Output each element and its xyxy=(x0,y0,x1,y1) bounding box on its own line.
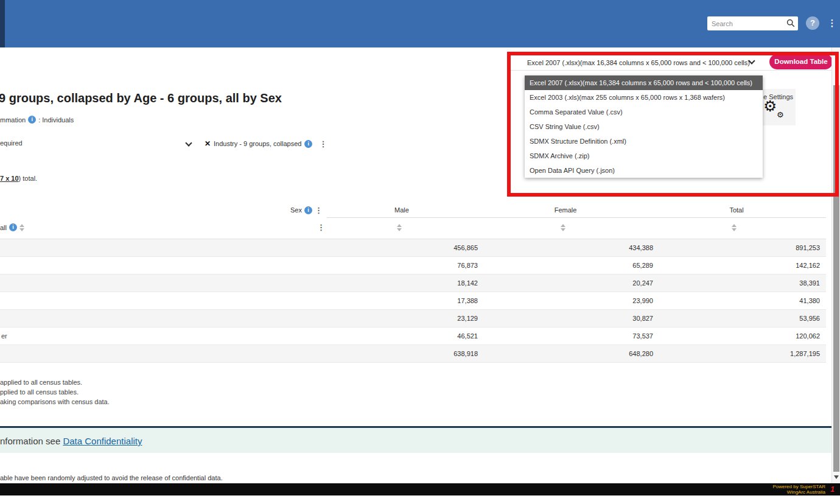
chevron-down-icon[interactable] xyxy=(185,139,192,146)
info-icon[interactable]: i xyxy=(304,206,312,214)
column-header-total[interactable]: Total xyxy=(653,203,820,217)
cell-female: 65,289 xyxy=(478,257,653,274)
table-row: 17,388 23,990 41,380 xyxy=(0,292,826,310)
cell-male: 638,918 xyxy=(326,345,478,362)
row-dim-label: all xyxy=(0,224,7,231)
random-adjustment-note: able have been randomly adjusted to avoi… xyxy=(0,474,223,481)
cell-female: 20,247 xyxy=(478,275,653,292)
remove-filter-icon[interactable]: ✕ xyxy=(205,139,211,148)
table-row: 456,865 434,388 891,253 xyxy=(0,239,826,257)
table-row: 76,873 65,289 142,162 xyxy=(0,257,826,275)
scroll-down-arrow-icon[interactable] xyxy=(834,475,839,479)
cell-total: 891,253 xyxy=(653,239,820,256)
row-label xyxy=(0,275,326,292)
cell-male: 76,873 xyxy=(326,257,478,274)
scrollbar-thumb[interactable] xyxy=(833,85,839,472)
wingarc-logo: 1 xyxy=(830,485,835,494)
format-option-sdmx-zip[interactable]: SDMX Archive (.zip) xyxy=(525,149,763,163)
format-option-json[interactable]: Open Data API Query (.json) xyxy=(525,163,763,178)
cell-female: 30,827 xyxy=(478,310,653,327)
row-label xyxy=(0,345,326,362)
data-confidentiality-link[interactable]: Data Confidentiality xyxy=(63,436,142,446)
sort-icon-female[interactable] xyxy=(561,224,565,231)
summation-label: mmation xyxy=(0,116,26,124)
export-format-dropdown: Excel 2007 (.xlsx)(max 16,384 columns x … xyxy=(525,75,763,178)
cell-female: 648,280 xyxy=(478,345,653,362)
footer-bar: Powered by SuperSTAR WingArc Australia 1 xyxy=(0,483,840,495)
table-body: 456,865 434,388 891,253 76,873 65,289 14… xyxy=(0,239,826,363)
cell-total: 38,391 xyxy=(653,275,820,292)
gear-icon-small: ⚙ xyxy=(777,111,784,119)
powered-line1: Powered by SuperSTAR xyxy=(772,484,825,489)
table-header-row: Sex i ⋮ Male Female Total xyxy=(0,203,826,217)
sort-icon-male[interactable] xyxy=(397,224,402,231)
footnote-line: pplied to all census tables. xyxy=(0,387,110,397)
row-label xyxy=(0,257,326,274)
cell-male: 18,142 xyxy=(326,275,478,292)
table-row: er 46,521 73,537 120,062 xyxy=(0,327,826,345)
footnote-line: applied to all census tables. xyxy=(0,377,110,387)
cell-male: 23,129 xyxy=(326,310,478,327)
toolbar-divider xyxy=(511,70,831,71)
table-row: 23,129 30,827 53,956 xyxy=(0,310,826,327)
cell-female: 73,537 xyxy=(478,327,653,345)
help-icon[interactable]: ? xyxy=(806,16,819,30)
filter-chip-label: Industry - 9 groups, collapsed xyxy=(214,140,301,147)
info-icon[interactable]: i xyxy=(9,223,17,231)
cell-total: 142,162 xyxy=(653,257,820,274)
cell-total: 53,956 xyxy=(653,310,820,327)
sex-header-label: Sex xyxy=(290,206,302,214)
format-option-csv[interactable]: Comma Separated Value (.csv) xyxy=(525,105,763,119)
gear-icon: ⚙ xyxy=(763,99,777,114)
table-size-link[interactable]: 7 x 10 xyxy=(0,175,19,182)
export-format-select[interactable]: Excel 2007 (.xlsx)(max 16,384 columns x … xyxy=(527,55,754,70)
footnote-line: aking comparisons with census data. xyxy=(0,397,110,407)
column-header-male[interactable]: Male xyxy=(326,203,478,217)
row-label xyxy=(0,292,326,309)
cell-female: 23,990 xyxy=(478,292,653,309)
cell-male: 17,388 xyxy=(326,292,478,309)
cell-female: 434,388 xyxy=(478,239,653,256)
sidebar-edge-strip xyxy=(0,0,5,47)
info-icon[interactable]: i xyxy=(28,116,36,124)
table-size-line: 7 x 10) total. xyxy=(0,175,37,182)
format-option-csv-string[interactable]: CSV String Value (.csv) xyxy=(525,119,763,134)
row-label xyxy=(0,310,326,327)
search-input[interactable] xyxy=(712,18,786,29)
table-size-suffix: ) total. xyxy=(19,175,38,182)
sex-dimension-header: Sex i ⋮ xyxy=(0,203,326,217)
footnotes: applied to all census tables. pplied to … xyxy=(0,377,110,407)
search-box xyxy=(707,16,798,30)
cell-total: 41,380 xyxy=(653,292,820,309)
search-icon[interactable] xyxy=(786,19,795,27)
table-row: 18,142 20,247 38,391 xyxy=(0,275,826,292)
scrollbar-track xyxy=(831,47,840,483)
row-label xyxy=(0,239,326,256)
sex-menu-icon[interactable]: ⋮ xyxy=(315,206,323,215)
cell-male: 46,521 xyxy=(326,327,478,345)
format-option-xlsx[interactable]: Excel 2007 (.xlsx)(max 16,384 columns x … xyxy=(525,75,763,90)
confidentiality-text: nformation see Data Confidentiality xyxy=(0,436,142,446)
confidentiality-prefix: nformation see xyxy=(0,436,63,446)
download-table-button[interactable]: Download Table xyxy=(769,54,833,69)
row-menu-icon[interactable]: ⋮ xyxy=(317,223,325,232)
cell-male: 456,865 xyxy=(326,239,478,256)
powered-line2: WingArc Australia xyxy=(787,489,825,495)
required-label: equired xyxy=(0,139,23,147)
summation-line: mmation i : Individuals xyxy=(0,116,74,124)
format-option-xls[interactable]: Excel 2003 (.xls)(max 255 columns x 65,0… xyxy=(525,90,763,105)
row-label: er xyxy=(0,327,326,345)
column-header-female[interactable]: Female xyxy=(478,203,653,217)
format-option-sdmx-xml[interactable]: SDMX Structure Definition (.xml) xyxy=(525,134,763,149)
confidentiality-banner: nformation see Data Confidentiality xyxy=(0,426,831,453)
industry-filter-chip: ✕ Industry - 9 groups, collapsed i ⋮ xyxy=(205,138,327,149)
sort-icon-total[interactable] xyxy=(732,224,737,231)
sort-icon[interactable] xyxy=(19,224,24,231)
powered-by-block: Powered by SuperSTAR WingArc Australia xyxy=(772,484,825,495)
table-subheader-row: all i ⋮ xyxy=(0,218,826,239)
chip-menu-icon[interactable]: ⋮ xyxy=(319,139,327,149)
overflow-menu-icon[interactable]: ⋮ xyxy=(827,16,837,30)
cell-total: 1,287,195 xyxy=(653,345,820,362)
info-icon[interactable]: i xyxy=(304,140,312,148)
cell-total: 120,062 xyxy=(653,327,820,345)
